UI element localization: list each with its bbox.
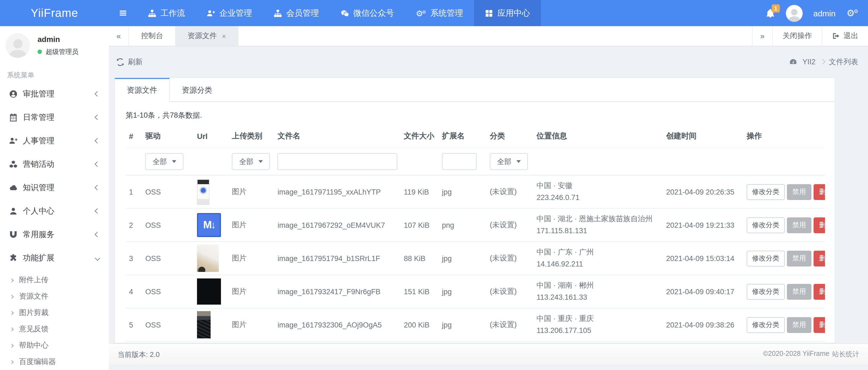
filename-filter-input[interactable] (278, 153, 397, 170)
chevron-left-icon (95, 115, 100, 120)
caret-down-icon (258, 160, 262, 163)
delete-button[interactable]: 删除 (813, 250, 825, 266)
file-row: 3OSS图片image_1617951794_b1SRrL1F88 KiBjpg… (126, 242, 825, 275)
card-tab-resource-files[interactable]: 资源文件 (115, 78, 170, 102)
cell-classify: (未设置) (487, 208, 533, 242)
user-avatar[interactable] (785, 5, 802, 22)
close-operations-button[interactable]: 关闭操作 (772, 26, 822, 46)
column-filesize[interactable]: 文件大小 (401, 126, 439, 148)
tabbar-right: » 关闭操作 退出 (752, 26, 868, 46)
disable-button[interactable]: 禁用 (787, 217, 811, 233)
cell-upload-type: 图片 (228, 275, 274, 308)
disable-button[interactable]: 禁用 (787, 317, 811, 333)
column-classify[interactable]: 分类 (487, 126, 533, 148)
nav-item-workflow[interactable]: 工作流 (137, 0, 196, 26)
sidebar-subitem-attachment-upload[interactable]: 附件上传 (0, 272, 109, 288)
disable-button[interactable]: 禁用 (787, 184, 811, 200)
modify-category-button[interactable]: 修改分类 (747, 284, 785, 300)
close-tab-icon[interactable]: × (222, 32, 226, 39)
notification-badge: 1 (771, 4, 780, 12)
column-upload-type[interactable]: 上传类别 (228, 126, 274, 148)
username[interactable]: admin (813, 8, 836, 18)
ext-filter-input[interactable] (442, 153, 477, 170)
nav-item-system[interactable]: ⚙⚙系统管理 (405, 0, 474, 26)
sidebar-item-services[interactable]: 常用服务 (0, 223, 109, 246)
nav-item-wechat-official[interactable]: 微信公众号 (330, 0, 405, 26)
modify-category-button[interactable]: 修改分类 (747, 184, 785, 200)
column-created[interactable]: 创建时间 (663, 126, 743, 148)
file-thumbnail-dark[interactable] (197, 279, 221, 305)
cell-created: 2021-04-09 15:03:14 (663, 242, 743, 275)
tabs-scroll-left-button[interactable]: « (109, 26, 129, 46)
cell-url (194, 242, 228, 275)
drive-filter-select[interactable]: 全部 (145, 153, 183, 170)
cell-drive: OSS (142, 308, 194, 341)
user-status: 超级管理员 (37, 47, 79, 56)
sidebar-item-approval[interactable]: 审批管理 (0, 82, 109, 106)
brand-logo[interactable]: YiiFrame (0, 0, 109, 26)
delete-button[interactable]: 删除 (813, 317, 825, 333)
sidebar-item-daily[interactable]: 日常管理 (0, 106, 109, 129)
breadcrumb-root[interactable]: YII2 (802, 58, 815, 66)
delete-button[interactable]: 删除 (813, 284, 825, 300)
column-drive[interactable]: 驱动 (142, 126, 194, 148)
cell-upload-type: 图片 (228, 208, 274, 242)
sidebar-subitem-baidu-editor[interactable]: 百度编辑器 (0, 354, 109, 370)
cloud-icon (9, 183, 18, 192)
cell-ext: jpg (439, 242, 487, 275)
file-row: 2OSS图片image_1617967292_oEM4VUK7107 KiBpn… (126, 208, 825, 242)
logout-button[interactable]: 退出 (822, 26, 868, 46)
nav-item-enterprise[interactable]: 企业管理 (196, 0, 263, 26)
column-ext[interactable]: 扩展名 (439, 126, 487, 148)
disable-button[interactable]: 禁用 (787, 284, 811, 300)
sidebar-item-profile[interactable]: 个人中心 (0, 199, 109, 223)
user-plus-icon (9, 137, 18, 145)
delete-button[interactable]: 删除 (813, 184, 825, 200)
sidebar-item-marketing[interactable]: 营销活动 (0, 152, 109, 176)
file-thumbnail-app[interactable] (197, 179, 210, 205)
file-thumbnail-photo[interactable] (197, 245, 219, 272)
delete-button[interactable]: 删除 (813, 217, 825, 233)
caret-down-icon (516, 160, 521, 163)
sidebar-item-knowledge[interactable]: 知识管理 (0, 176, 109, 199)
modify-category-button[interactable]: 修改分类 (747, 217, 785, 233)
cell-ext: jpg (439, 275, 487, 308)
column-location: 位置信息 (533, 126, 663, 148)
settings-gears-icon[interactable]: ⚙⚙ (846, 8, 858, 18)
cell-index: 4 (126, 275, 142, 308)
avatar[interactable] (5, 33, 30, 58)
nav-item-label: 工作流 (160, 8, 185, 18)
classify-filter-select[interactable]: 全部 (490, 153, 528, 170)
site-stats-link[interactable]: 站长统计 (832, 350, 859, 359)
column-filename[interactable]: 文件名 (274, 126, 401, 148)
sidebar-subitem-feedback[interactable]: 意见反馈 (0, 321, 109, 337)
modify-category-button[interactable]: 修改分类 (747, 250, 785, 266)
card-tab-resource-categories[interactable]: 资源分类 (170, 78, 224, 102)
file-thumbnail-md[interactable] (197, 213, 221, 237)
nav-item-members[interactable]: 会员管理 (263, 0, 330, 26)
sidebar-item-hr[interactable]: 人事管理 (0, 129, 109, 152)
sidebar-toggle-button[interactable] (109, 0, 137, 26)
grid-icon (485, 9, 493, 17)
cell-filesize: 107 KiB (401, 208, 439, 242)
sidebar-item-extensions[interactable]: 功能扩展 (0, 246, 109, 270)
nav-item-app-center[interactable]: 应用中心 (474, 0, 541, 26)
chevron-right-icon (10, 327, 13, 331)
modify-category-button[interactable]: 修改分类 (747, 317, 785, 333)
tabs-scroll-right-button[interactable]: » (752, 26, 772, 46)
notifications-button[interactable]: 1 (766, 8, 775, 18)
sidebar-subitem-resource-files[interactable]: 资源文件 (0, 288, 109, 305)
tab-console[interactable]: 控制台 (129, 26, 176, 46)
sidebar-item-label: 日常管理 (23, 112, 55, 123)
tab-resource-files[interactable]: 资源文件 × (176, 26, 238, 46)
upload-type-filter-select[interactable]: 全部 (232, 153, 270, 170)
cell-index: 1 (126, 175, 142, 208)
disable-button[interactable]: 禁用 (787, 250, 811, 266)
sidebar-subitem-help-center[interactable]: 帮助中心 (0, 337, 109, 354)
sidebar-subitem-image-crop[interactable]: 图片剪裁 (0, 305, 109, 321)
chevron-right-icon (10, 311, 13, 315)
gears-icon: ⚙⚙ (416, 9, 426, 17)
nav-item-label: 微信公众号 (353, 8, 394, 18)
file-thumbnail-keyboard[interactable] (197, 311, 211, 338)
refresh-button[interactable]: 刷新 (117, 57, 143, 67)
